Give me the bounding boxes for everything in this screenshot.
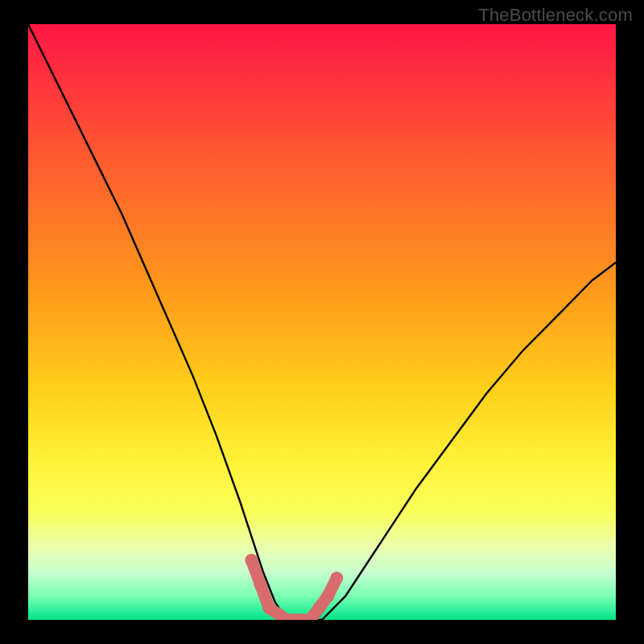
watermark-text: TheBottleneck.com xyxy=(478,5,633,26)
plot-area xyxy=(28,24,616,620)
curve-marker xyxy=(321,589,334,602)
bottleneck-chart xyxy=(28,24,616,620)
gradient-background xyxy=(28,24,616,620)
curve-marker xyxy=(330,572,343,584)
chart-frame: TheBottleneck.com xyxy=(0,0,644,644)
curve-marker xyxy=(254,578,266,591)
curve-marker xyxy=(245,554,258,567)
curve-marker xyxy=(312,601,325,614)
curve-marker xyxy=(262,601,275,614)
